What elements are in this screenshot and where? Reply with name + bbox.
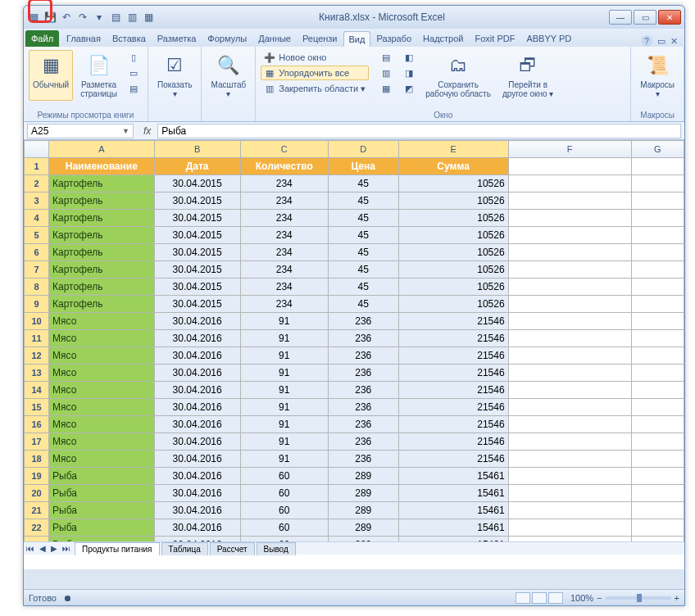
cell[interactable]: 91: [240, 416, 328, 433]
cell[interactable]: Рыба: [49, 468, 155, 485]
tab-home[interactable]: Главная: [61, 30, 107, 47]
cell[interactable]: Мясо: [49, 330, 155, 347]
undo-icon[interactable]: ↶: [60, 11, 73, 24]
zoom-button[interactable]: 🔍 Масштаб▾: [207, 50, 250, 101]
tab-developer[interactable]: Разрабо: [370, 30, 417, 47]
cell[interactable]: 30.04.2015: [154, 261, 240, 279]
cell[interactable]: 45: [328, 227, 398, 244]
row-15[interactable]: 15: [25, 399, 49, 416]
cell[interactable]: [508, 365, 631, 382]
cell[interactable]: 236: [328, 365, 398, 382]
win-opt6[interactable]: ◩: [400, 81, 418, 96]
cell[interactable]: Картофель: [49, 210, 155, 227]
cell[interactable]: 30.04.2015: [154, 227, 240, 244]
cell[interactable]: [631, 210, 684, 227]
cell[interactable]: 30.04.2016: [154, 433, 240, 451]
sheet-nav-prev[interactable]: ◀: [37, 544, 48, 553]
cell[interactable]: 30.04.2016: [154, 502, 240, 519]
cell[interactable]: [631, 227, 684, 244]
cell[interactable]: 21546: [398, 313, 508, 330]
row-20[interactable]: 20: [25, 485, 49, 502]
cell[interactable]: 236: [328, 330, 398, 347]
cell[interactable]: 236: [328, 347, 398, 365]
qat-extra3-icon[interactable]: ▦: [142, 11, 155, 24]
name-box[interactable]: A25▼: [27, 124, 134, 138]
cell[interactable]: 60: [240, 468, 328, 485]
tab-review[interactable]: Рецензи: [297, 30, 343, 47]
cell[interactable]: 30.04.2016: [154, 399, 240, 416]
cell[interactable]: [631, 451, 684, 468]
new-window-button[interactable]: ➕Новое окно: [261, 50, 369, 65]
row-19[interactable]: 19: [25, 468, 49, 485]
cell[interactable]: 45: [328, 261, 398, 279]
row-1[interactable]: 1: [25, 158, 49, 175]
row-5[interactable]: 5: [25, 227, 49, 244]
row-2[interactable]: 2: [25, 175, 49, 192]
cell[interactable]: 30.04.2016: [154, 313, 240, 330]
cell[interactable]: 236: [328, 451, 398, 468]
cell[interactable]: 91: [240, 433, 328, 451]
cell[interactable]: 30.04.2016: [154, 485, 240, 502]
cell[interactable]: 45: [328, 279, 398, 296]
win-opt5[interactable]: ◨: [400, 66, 418, 80]
cell[interactable]: 10526: [398, 279, 508, 296]
cell[interactable]: [508, 502, 631, 519]
sheet-tab-0[interactable]: Продукты питания: [75, 542, 160, 555]
cell[interactable]: 289: [328, 519, 398, 537]
cell[interactable]: 10526: [398, 296, 508, 313]
cell[interactable]: 289: [328, 502, 398, 519]
cell[interactable]: 30.04.2015: [154, 175, 240, 192]
cell[interactable]: 60: [240, 519, 328, 537]
row-22[interactable]: 22: [25, 519, 49, 537]
cell[interactable]: 10526: [398, 261, 508, 279]
row-11[interactable]: 11: [25, 330, 49, 347]
cell[interactable]: [631, 296, 684, 313]
cell[interactable]: [508, 192, 631, 210]
cell[interactable]: 236: [328, 399, 398, 416]
cell[interactable]: [631, 433, 684, 451]
cell[interactable]: [508, 210, 631, 227]
cell[interactable]: 30.04.2016: [154, 416, 240, 433]
row-18[interactable]: 18: [25, 451, 49, 468]
sheet-nav-last[interactable]: ⏭: [60, 544, 73, 553]
cell[interactable]: 10526: [398, 244, 508, 261]
row-10[interactable]: 10: [25, 313, 49, 330]
cell[interactable]: [631, 313, 684, 330]
zoom-in-icon[interactable]: +: [675, 593, 679, 603]
row-7[interactable]: 7: [25, 261, 49, 279]
qat-more-icon[interactable]: ▾: [93, 11, 106, 24]
cell[interactable]: Картофель: [49, 261, 155, 279]
macro-record-icon[interactable]: ⏺: [63, 593, 72, 603]
cell[interactable]: [631, 261, 684, 279]
ribbon-minimize-icon[interactable]: ▭: [657, 36, 665, 47]
sheet-tab-3[interactable]: Вывод: [257, 542, 296, 555]
cell[interactable]: [631, 399, 684, 416]
col-G[interactable]: G: [631, 141, 684, 158]
cell[interactable]: [508, 261, 631, 279]
cell[interactable]: 45: [328, 192, 398, 210]
view-small2[interactable]: ▭: [125, 66, 143, 80]
zoom-slider[interactable]: [606, 596, 671, 600]
row-3[interactable]: 3: [25, 192, 49, 210]
tab-data[interactable]: Данные: [252, 30, 297, 47]
view-pagebreak-icon[interactable]: [548, 592, 563, 604]
cell[interactable]: 21546: [398, 416, 508, 433]
sheet-tab-1[interactable]: Таблица: [161, 542, 208, 555]
save-workspace-button[interactable]: 🗂 Сохранить рабочую область: [421, 50, 495, 101]
win-opt4[interactable]: ◧: [400, 50, 418, 65]
tab-layout[interactable]: Разметка: [152, 30, 202, 47]
maximize-button[interactable]: ▭: [634, 10, 656, 25]
cell[interactable]: 21546: [398, 451, 508, 468]
save-icon[interactable]: 💾: [43, 11, 57, 24]
tab-abbyy[interactable]: ABBYY PD: [520, 30, 577, 47]
cell[interactable]: 10526: [398, 227, 508, 244]
macros-button[interactable]: 📜 Макросы ▾: [636, 50, 679, 101]
tab-foxit[interactable]: Foxit PDF: [470, 30, 521, 47]
cell[interactable]: 234: [240, 261, 328, 279]
cell[interactable]: [631, 519, 684, 537]
cell[interactable]: 21546: [398, 365, 508, 382]
view-pagelayout-icon[interactable]: [532, 592, 547, 604]
freeze-panes-button[interactable]: ▥Закрепить области ▾: [261, 81, 369, 96]
arrange-all-button[interactable]: ▦Упорядочить все: [261, 66, 369, 80]
cell[interactable]: [508, 227, 631, 244]
